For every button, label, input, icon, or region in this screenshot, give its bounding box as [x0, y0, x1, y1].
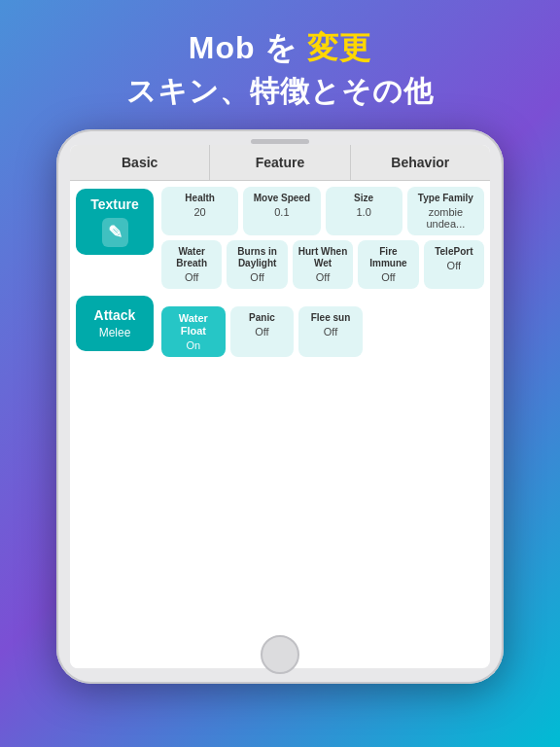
header-prefix: Mob を: [189, 30, 308, 65]
cell-water-float: Water Float On: [161, 306, 226, 357]
header-line1: Mob を 変更: [126, 27, 434, 70]
attack-sublabel: Melee: [99, 326, 131, 339]
sidebar-item-texture[interactable]: Texture ✎: [76, 189, 154, 255]
cell-move-speed: Move Speed 0.1: [243, 187, 320, 235]
grid-row-2: Water Breath Off Burns in Daylight Off H…: [161, 240, 484, 289]
cell-flee-sun: Flee sun Off: [298, 306, 363, 357]
sidebar-item-attack[interactable]: Attack Melee: [76, 296, 154, 351]
sidebar: Texture ✎ Attack Melee: [70, 181, 159, 668]
edit-icon: ✎: [102, 218, 128, 247]
cell-panic: Panic Off: [230, 306, 295, 357]
cell-health: Health 20: [161, 187, 238, 235]
cell-hurt-wet: Hurt When Wet Off: [293, 240, 353, 289]
header: Mob を 変更 スキン、特徴とその他: [107, 0, 453, 129]
empty-cell-1: [368, 306, 424, 357]
cell-type-family: Type Family zombie undea...: [407, 187, 484, 235]
grid-row-1: Health 20 Move Speed 0.1 Size 1.0 Type: [161, 187, 484, 235]
tab-feature[interactable]: Feature: [210, 145, 350, 180]
cell-water-breath: Water Breath Off: [161, 240, 222, 289]
texture-label: Texture: [90, 196, 139, 212]
grid-area: Health 20 Move Speed 0.1 Size 1.0 Type: [159, 181, 490, 668]
cell-teleport: TelePort Off: [424, 240, 484, 289]
cell-size: Size 1.0: [326, 187, 402, 235]
tab-behavior[interactable]: Behavior: [351, 145, 490, 180]
cell-burns-daylight: Burns in Daylight Off: [227, 240, 287, 289]
attack-grid-section: Water Float On Panic Off Flee sun Off: [161, 306, 484, 357]
grid-row-3: Water Float On Panic Off Flee sun Off: [161, 306, 484, 357]
content-area: Texture ✎ Attack Melee Health: [70, 181, 490, 668]
empty-cell-2: [428, 306, 484, 357]
cell-fire-immune: Fire Immune Off: [358, 240, 418, 289]
tab-basic[interactable]: Basic: [70, 145, 210, 180]
tabs-row: Basic Feature Behavior: [70, 145, 490, 181]
header-highlight: 変更: [307, 30, 371, 65]
attack-label: Attack: [94, 307, 136, 323]
header-line2: スキン、特徴とその他: [126, 72, 434, 112]
texture-grid-section: Health 20 Move Speed 0.1 Size 1.0 Type: [161, 187, 484, 289]
ipad-screen: Basic Feature Behavior Texture ✎ Attack …: [70, 145, 490, 668]
ipad-frame: Basic Feature Behavior Texture ✎ Attack …: [56, 129, 504, 684]
